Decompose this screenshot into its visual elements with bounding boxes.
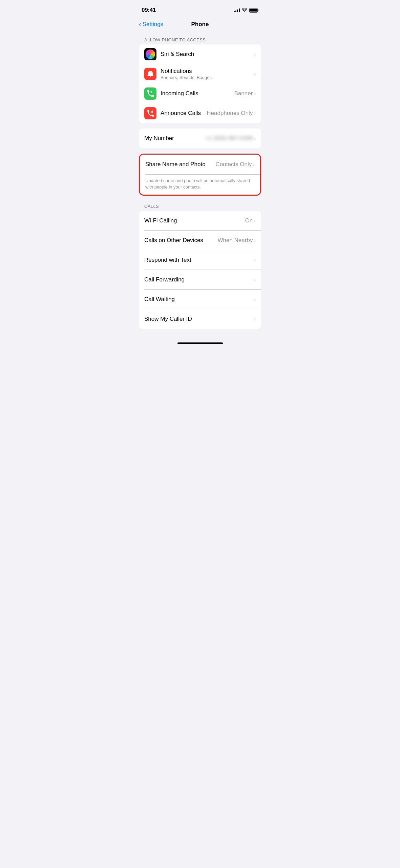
incoming-calls-item[interactable]: Incoming Calls Banner › [139,84,261,103]
wifi-icon [242,8,247,12]
my-number-chevron-icon: › [254,136,256,141]
calls-other-devices-chevron-icon: › [254,238,256,243]
allow-access-header: ALLOW PHONE TO ACCESS [133,35,267,44]
share-name-title: Share Name and Photo [145,161,216,168]
calls-other-devices-title: Calls on Other Devices [144,237,217,244]
svg-rect-1 [152,111,153,113]
svg-rect-0 [151,111,152,113]
share-name-value: Contacts Only [216,161,252,168]
notifications-title: Notifications [161,68,254,75]
my-number-title: My Number [144,135,205,142]
wifi-calling-value: On [245,217,253,224]
respond-text-title: Respond with Text [144,257,254,263]
call-waiting-chevron-icon: › [254,297,256,302]
call-forwarding-item[interactable]: Call Forwarding › [139,270,261,290]
notifications-chevron-icon: › [254,71,256,77]
siri-chevron-icon: › [254,52,256,57]
siri-search-item[interactable]: Siri & Search › [139,44,261,64]
call-waiting-title: Call Waiting [144,296,254,303]
battery-icon [249,8,258,13]
my-number-value: +1 (555) 867-5309 [205,135,253,142]
announce-calls-icon [144,107,156,119]
notifications-icon [144,68,156,80]
announce-calls-chevron-icon: › [254,111,256,116]
incoming-calls-chevron-icon: › [254,91,256,96]
share-name-description: Updated name and photo will be automatic… [140,175,260,195]
nav-bar: ‹ Settings Phone [133,18,267,32]
respond-text-chevron-icon: › [254,257,256,263]
back-label: Settings [143,21,163,28]
status-bar: 09:41 [133,0,267,18]
share-name-card: Share Name and Photo Contacts Only › Upd… [139,154,261,196]
signal-bars-icon [234,8,240,12]
content: ALLOW PHONE TO ACCESS Siri & Search › No… [133,32,267,337]
back-chevron-icon: ‹ [139,20,141,28]
wifi-calling-title: Wi-Fi Calling [144,217,245,224]
home-indicator [177,342,223,344]
call-waiting-item[interactable]: Call Waiting › [139,290,261,309]
my-number-item[interactable]: My Number +1 (555) 867-5309 › [139,129,261,148]
call-forwarding-title: Call Forwarding [144,276,254,283]
incoming-calls-icon [144,87,156,100]
siri-search-title: Siri & Search [161,51,254,58]
incoming-calls-title: Incoming Calls [161,90,234,97]
page-title: Phone [191,21,209,28]
calls-header: CALLS [133,201,267,211]
notifications-item[interactable]: Notifications Banners, Sounds, Badges › [139,64,261,84]
announce-calls-title: Announce Calls [161,110,207,117]
calls-other-devices-item[interactable]: Calls on Other Devices When Nearby › [139,231,261,250]
wifi-calling-chevron-icon: › [254,218,256,223]
show-caller-id-title: Show My Caller ID [144,316,254,322]
incoming-calls-value: Banner [234,90,253,97]
share-name-item[interactable]: Share Name and Photo Contacts Only › [140,155,260,174]
wifi-calling-item[interactable]: Wi-Fi Calling On › [139,211,261,231]
announce-calls-item[interactable]: Announce Calls Headphones Only › [139,103,261,123]
allow-access-card: Siri & Search › Notifications Banners, S… [139,44,261,123]
show-caller-id-item[interactable]: Show My Caller ID › [139,309,261,329]
status-time: 09:41 [142,7,156,14]
show-caller-id-chevron-icon: › [254,316,256,322]
respond-text-item[interactable]: Respond with Text › [139,250,261,270]
call-forwarding-chevron-icon: › [254,277,256,282]
siri-icon [144,48,156,60]
share-name-chevron-icon: › [253,162,255,167]
calls-card: Wi-Fi Calling On › Calls on Other Device… [139,211,261,329]
back-button[interactable]: ‹ Settings [139,21,163,28]
notifications-subtitle: Banners, Sounds, Badges [161,75,254,80]
announce-calls-value: Headphones Only [207,110,253,117]
status-icons [234,8,258,13]
calls-other-devices-value: When Nearby [217,237,253,244]
my-number-card: My Number +1 (555) 867-5309 › [139,129,261,148]
